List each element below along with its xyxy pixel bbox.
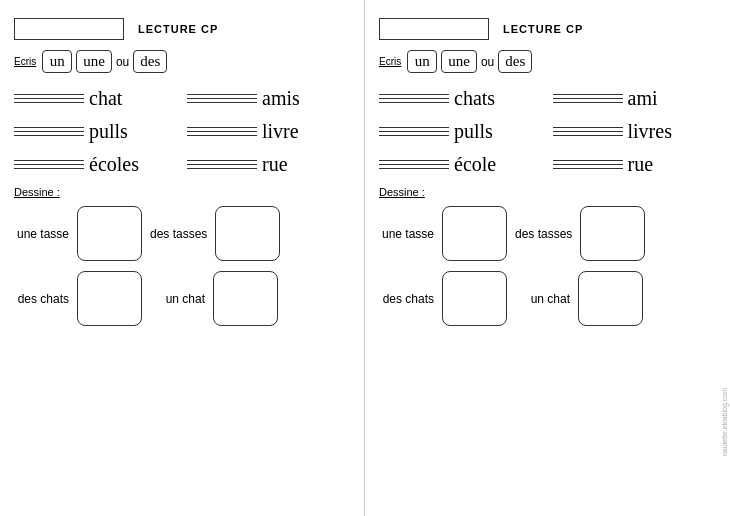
right-ou: ou: [481, 55, 494, 69]
right-word-chats: chats: [454, 87, 495, 110]
right-header: LECTURE CP: [379, 18, 716, 40]
left-lines-livre: [187, 127, 257, 136]
right-draw-box-un-chat[interactable]: [578, 271, 643, 326]
right-lines-rue: [553, 160, 623, 169]
line: [14, 131, 84, 132]
page: LECTURE CP Ecris un une ou des chat: [0, 0, 730, 516]
line: [187, 131, 257, 132]
right-word-entry-chats: chats: [379, 87, 543, 110]
left-word-row-3: écoles rue: [14, 153, 350, 176]
line: [553, 164, 623, 165]
line: [553, 127, 623, 128]
right-words-section: chats ami: [379, 87, 716, 176]
left-des-tasses-label: des tasses: [150, 227, 207, 241]
right-word-entry-ami: ami: [553, 87, 717, 110]
left-word-entry-livre: livre: [187, 120, 350, 143]
line: [14, 127, 84, 128]
left-lines-pulls: [14, 127, 84, 136]
left-draw-row-chats: des chats un chat: [14, 271, 350, 326]
right-word-une: une: [441, 50, 477, 73]
right-un-chat-label: un chat: [515, 292, 570, 306]
line: [379, 160, 449, 161]
left-word-amis: amis: [262, 87, 300, 110]
line: [379, 102, 449, 103]
watermark: naulette.eklablog.com: [721, 388, 728, 456]
right-word-ami: ami: [628, 87, 658, 110]
line: [553, 168, 623, 169]
right-word-livres: livres: [628, 120, 672, 143]
line: [187, 94, 257, 95]
right-title: LECTURE CP: [503, 23, 583, 35]
right-ecris-row: Ecris un une ou des: [379, 50, 716, 73]
left-title: LECTURE CP: [138, 23, 218, 35]
line: [553, 131, 623, 132]
right-word-entry-livres: livres: [553, 120, 717, 143]
left-word-rue: rue: [262, 153, 288, 176]
left-word-pulls: pulls: [89, 120, 128, 143]
right-name-input[interactable]: [379, 18, 489, 40]
left-word-chat: chat: [89, 87, 122, 110]
right-dessine-label: Dessine :: [379, 186, 716, 198]
line: [14, 168, 84, 169]
right-word-entry-rue: rue: [553, 153, 717, 176]
left-des-chats-label: des chats: [14, 292, 69, 306]
right-word-entry-pulls: pulls: [379, 120, 543, 143]
right-panel: LECTURE CP Ecris un une ou des chats: [365, 0, 730, 516]
right-dessine-section: Dessine : une tasse des tasses des chats…: [379, 186, 716, 326]
left-draw-box-des-chats[interactable]: [77, 271, 142, 326]
right-word-ecole: école: [454, 153, 496, 176]
left-ou: ou: [116, 55, 129, 69]
left-lines-ecoles: [14, 160, 84, 169]
left-word-entry-chat: chat: [14, 87, 177, 110]
left-word-ecoles: écoles: [89, 153, 139, 176]
line: [379, 168, 449, 169]
left-ecris-row: Ecris un une ou des: [14, 50, 350, 73]
left-ecris-label: Ecris: [14, 56, 36, 67]
line: [379, 127, 449, 128]
right-lines-ecole: [379, 160, 449, 169]
right-word-un: un: [407, 50, 437, 73]
line: [553, 102, 623, 103]
right-word-row-3: école rue: [379, 153, 716, 176]
left-word-livre: livre: [262, 120, 299, 143]
left-word-entry-rue: rue: [187, 153, 350, 176]
right-word-des: des: [498, 50, 532, 73]
line: [14, 102, 84, 103]
right-word-rue: rue: [628, 153, 654, 176]
left-word-row-1: chat amis: [14, 87, 350, 110]
line: [379, 164, 449, 165]
left-word-entry-pulls: pulls: [14, 120, 177, 143]
line: [187, 127, 257, 128]
right-draw-box-des-tasses[interactable]: [580, 206, 645, 261]
left-draw-box-une-tasse[interactable]: [77, 206, 142, 261]
right-lines-ami: [553, 94, 623, 103]
line: [553, 94, 623, 95]
left-lines-rue: [187, 160, 257, 169]
right-ecris-label: Ecris: [379, 56, 401, 67]
right-lines-chats: [379, 94, 449, 103]
left-lines-chat: [14, 94, 84, 103]
right-draw-box-une-tasse[interactable]: [442, 206, 507, 261]
line: [379, 98, 449, 99]
line: [187, 164, 257, 165]
left-draw-row-tasse: une tasse des tasses: [14, 206, 350, 261]
left-dessine-section: Dessine : une tasse des tasses des chats…: [14, 186, 350, 326]
line: [187, 168, 257, 169]
line: [14, 94, 84, 95]
left-lines-amis: [187, 94, 257, 103]
line: [187, 160, 257, 161]
right-lines-livres: [553, 127, 623, 136]
left-name-input[interactable]: [14, 18, 124, 40]
right-word-row-2: pulls livres: [379, 120, 716, 143]
line: [187, 102, 257, 103]
right-une-tasse-label: une tasse: [379, 227, 434, 241]
left-draw-box-un-chat[interactable]: [213, 271, 278, 326]
left-draw-box-des-tasses[interactable]: [215, 206, 280, 261]
line: [187, 135, 257, 136]
left-word-des: des: [133, 50, 167, 73]
right-lines-pulls: [379, 127, 449, 136]
line: [379, 94, 449, 95]
right-draw-box-des-chats[interactable]: [442, 271, 507, 326]
right-word-entry-ecole: école: [379, 153, 543, 176]
left-word-entry-amis: amis: [187, 87, 350, 110]
